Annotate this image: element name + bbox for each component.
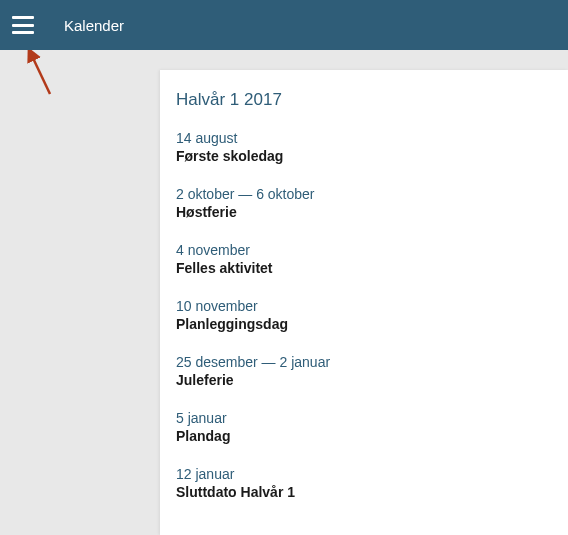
event-label: Juleferie xyxy=(176,372,568,388)
event-date: 10 november xyxy=(176,298,568,314)
hamburger-menu-icon[interactable] xyxy=(12,16,34,34)
term-title: Halvår 1 2017 xyxy=(176,90,568,110)
calendar-event[interactable]: 14 august Første skoledag xyxy=(176,130,568,164)
calendar-event[interactable]: 2 oktober — 6 oktober Høstferie xyxy=(176,186,568,220)
app-header: Kalender xyxy=(0,0,568,50)
page-title: Kalender xyxy=(64,17,124,34)
event-date: 2 oktober — 6 oktober xyxy=(176,186,568,202)
event-date: 4 november xyxy=(176,242,568,258)
event-date: 12 januar xyxy=(176,466,568,482)
calendar-card: Halvår 1 2017 14 august Første skoledag … xyxy=(160,70,568,535)
calendar-event[interactable]: 5 januar Plandag xyxy=(176,410,568,444)
event-date: 5 januar xyxy=(176,410,568,426)
event-date: 25 desember — 2 januar xyxy=(176,354,568,370)
content-area: Halvår 1 2017 14 august Første skoledag … xyxy=(0,50,568,535)
event-label: Felles aktivitet xyxy=(176,260,568,276)
calendar-event[interactable]: 10 november Planleggingsdag xyxy=(176,298,568,332)
event-label: Sluttdato Halvår 1 xyxy=(176,484,568,500)
event-label: Høstferie xyxy=(176,204,568,220)
calendar-event[interactable]: 25 desember — 2 januar Juleferie xyxy=(176,354,568,388)
event-label: Første skoledag xyxy=(176,148,568,164)
event-label: Plandag xyxy=(176,428,568,444)
event-label: Planleggingsdag xyxy=(176,316,568,332)
calendar-event[interactable]: 12 januar Sluttdato Halvår 1 xyxy=(176,466,568,500)
left-gutter xyxy=(0,50,160,535)
calendar-event[interactable]: 4 november Felles aktivitet xyxy=(176,242,568,276)
event-date: 14 august xyxy=(176,130,568,146)
